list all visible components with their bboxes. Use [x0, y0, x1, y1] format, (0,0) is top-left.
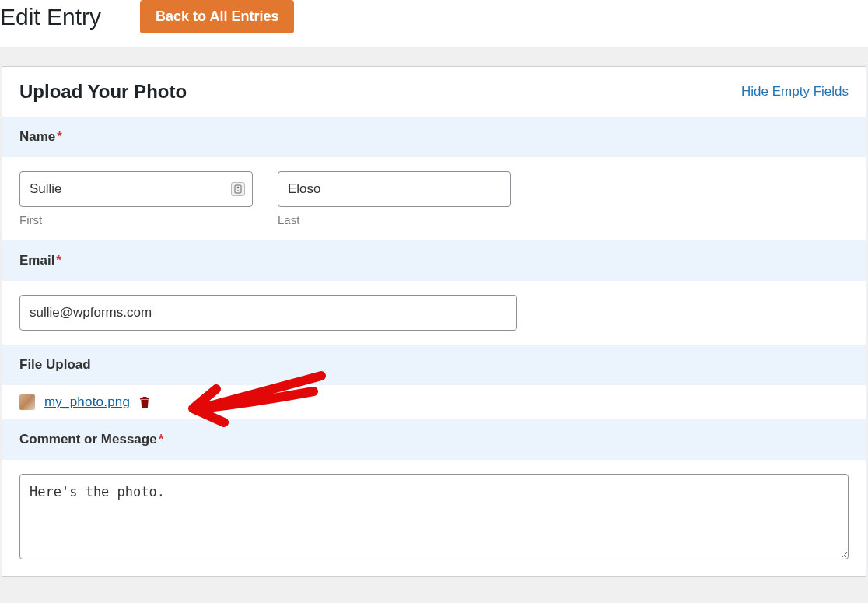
form-title: Upload Your Photo [19, 81, 187, 103]
last-name-input[interactable] [278, 171, 511, 207]
file-link[interactable]: my_photo.png [44, 394, 130, 410]
comment-field-label: Comment or Message* [2, 419, 866, 460]
last-name-sublabel: Last [278, 213, 511, 226]
entry-box: Upload Your Photo Hide Empty Fields Name… [2, 66, 866, 577]
back-to-entries-button[interactable]: Back to All Entries [140, 0, 294, 33]
email-input[interactable] [19, 295, 517, 331]
name-field-label: Name* [2, 117, 866, 157]
svg-rect-0 [235, 185, 241, 193]
required-asterisk: * [159, 432, 164, 447]
file-upload-field-label: File Upload [2, 345, 866, 385]
divider [0, 47, 868, 66]
first-name-input[interactable] [19, 171, 253, 207]
file-thumbnail [19, 394, 35, 410]
required-asterisk: * [56, 253, 61, 268]
comment-textarea[interactable]: Here's the photo. [19, 474, 849, 559]
required-asterisk: * [57, 129, 62, 144]
email-field-label: Email* [2, 240, 866, 281]
first-name-sublabel: First [19, 213, 253, 226]
svg-point-1 [237, 187, 239, 188]
page-title: Edit Entry [0, 4, 101, 30]
trash-icon[interactable] [139, 396, 150, 408]
autofill-icon[interactable] [231, 182, 245, 196]
hide-empty-fields-link[interactable]: Hide Empty Fields [741, 84, 849, 100]
